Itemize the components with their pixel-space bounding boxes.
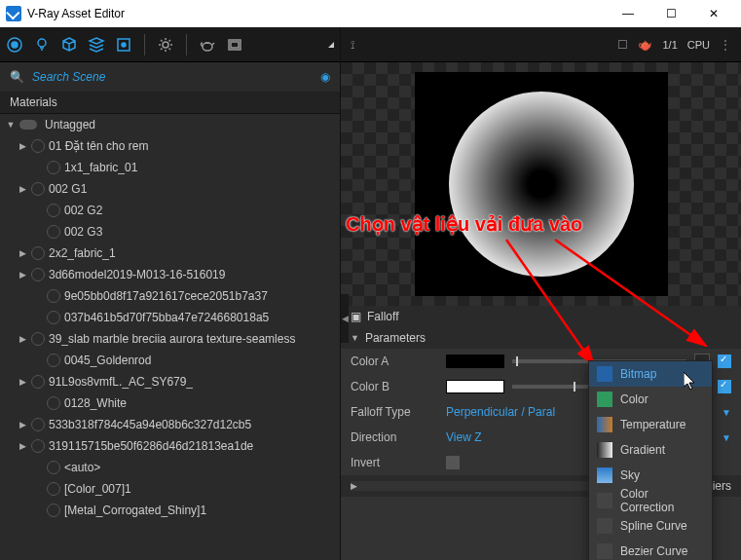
preview-sphere [449, 92, 634, 277]
material-swatch-icon [47, 289, 60, 303]
frame-icon[interactable] [115, 36, 132, 54]
square-icon[interactable]: ☐ [617, 38, 628, 52]
tree-item[interactable]: 0045_Goldenrod [0, 350, 340, 371]
render-icon[interactable] [226, 36, 243, 54]
tree-item[interactable]: 002 G2 [0, 200, 340, 221]
dropdown-item[interactable]: Sky [589, 463, 712, 488]
tree-item-label: 002 G2 [64, 204, 102, 217]
dropdown-item[interactable]: Bitmap [589, 361, 712, 387]
tree-item[interactable]: ▶533b318f784c45a94e08b6c327d12cb5 [0, 414, 340, 435]
material-swatch-icon [31, 139, 45, 153]
tree-item-label: 319115715be50f6286d46d21813ea1de [49, 439, 253, 453]
tree-item-label: 533b318f784c45a94e08b6c327d12cb5 [49, 418, 251, 431]
maximize-button[interactable]: ☐ [649, 0, 692, 27]
dropdown-item-label: Color [620, 392, 648, 406]
close-button[interactable]: ✕ [692, 0, 735, 27]
color-a-swatch[interactable] [446, 355, 504, 368]
dropdown-item-label: Bitmap [620, 367, 656, 381]
color-a-check[interactable] [718, 355, 731, 368]
material-swatch-icon [47, 311, 60, 324]
tree-item[interactable]: 0128_White [0, 392, 340, 414]
teapot-icon[interactable] [199, 36, 216, 54]
falloff-type-value: Perpendicular / Paral [446, 405, 555, 419]
material-swatch-icon [47, 161, 60, 174]
falloff-header[interactable]: ▣ Falloff [341, 306, 741, 327]
material-swatch-icon [47, 204, 60, 217]
tree-arrow-icon: ▼ [6, 120, 16, 130]
tree-item[interactable]: <auto> [0, 457, 340, 478]
tree-item-label: 3d66model2019-M013-16-516019 [49, 268, 225, 281]
svg-point-1 [12, 42, 18, 48]
dropdown-item[interactable]: Bezier Curve [589, 539, 712, 560]
dropdown-item-label: Spline Curve [620, 519, 687, 533]
tree-item[interactable]: 037b461b5d70f75bba47e724668018a5 [0, 307, 340, 328]
material-swatch-icon [31, 375, 45, 389]
tree-item[interactable]: ▶3d66model2019-M013-16-516019 [0, 264, 340, 285]
material-swatch-icon [31, 332, 45, 346]
parameters-header[interactable]: Parameters [341, 327, 741, 349]
kebab-icon[interactable]: ⋮ [720, 38, 731, 52]
invert-checkbox[interactable] [446, 456, 460, 469]
dropdown-item[interactable]: Gradient [589, 437, 712, 463]
chevron-down-icon [351, 333, 359, 343]
layers-icon[interactable] [88, 36, 105, 54]
mode-label[interactable]: CPU [687, 39, 710, 51]
parameters-title: Parameters [365, 331, 426, 345]
falloff-title: Falloff [367, 310, 398, 323]
tree-item[interactable]: ▶2x2_fabric_1 [0, 243, 340, 264]
link-icon[interactable]: ⟟ [351, 38, 354, 52]
tree-item[interactable]: 9e05bb0d8f17a921617cece2051b7a37 [0, 285, 340, 307]
tree-item[interactable]: ▶01 Đặt tên cho rem [0, 135, 340, 157]
search-input[interactable] [32, 70, 313, 84]
gear-icon[interactable] [157, 36, 174, 54]
texture-dropdown: BitmapColorTemperatureGradientSkyColor C… [588, 360, 713, 560]
material-preview [341, 62, 741, 306]
tree-item[interactable]: ▶002 G1 [0, 178, 340, 200]
tree-item-label: [Metal_Corrogated_Shiny]1 [64, 504, 206, 517]
tree-item[interactable]: ▶91L9os8vmfL._AC_SY679_ [0, 371, 340, 392]
dropdown-item-label: Sky [620, 468, 640, 482]
material-swatch-icon [47, 504, 60, 517]
teapot-small-icon[interactable]: 🫖 [638, 38, 652, 52]
tree-item[interactable]: [Metal_Corrogated_Shiny]1 [0, 500, 340, 521]
filter-icon[interactable]: ◉ [320, 70, 330, 84]
tag-chip-icon [19, 120, 37, 130]
dropdown-item-label: Bezier Curve [620, 544, 687, 558]
ratio-label[interactable]: 1/1 [662, 39, 677, 51]
minimize-button[interactable]: — [607, 0, 649, 27]
tree-item-label: Untagged [45, 118, 95, 131]
tree-arrow-icon: ▶ [18, 420, 27, 429]
tree-item-label: 39_slab marble breciia aurora texture-se… [49, 332, 295, 346]
tree-item[interactable]: ▼Untagged [0, 114, 340, 135]
tree-item-label: 9e05bb0d8f17a921617cece2051b7a37 [64, 289, 268, 303]
color-a-label: Color A [351, 355, 438, 368]
tree-item[interactable]: 1x1_fabric_01 [0, 157, 340, 178]
dropdown-item[interactable]: Color [589, 387, 712, 412]
tree-item[interactable]: 002 G3 [0, 221, 340, 243]
tree-item[interactable]: ▶319115715be50f6286d46d21813ea1de [0, 435, 340, 457]
tree-arrow-icon: ▶ [18, 334, 27, 344]
tree-item[interactable]: ▶39_slab marble breciia aurora texture-s… [0, 328, 340, 350]
color-b-check[interactable] [718, 380, 731, 393]
color-b-swatch[interactable] [446, 380, 504, 393]
dropdown-item[interactable]: Spline Curve [589, 513, 712, 539]
svg-rect-8 [231, 42, 239, 48]
bulb-icon[interactable] [33, 36, 51, 54]
material-swatch-icon [47, 396, 60, 410]
svg-point-6 [203, 43, 212, 51]
titlebar: V-Ray Asset Editor — ☐ ✕ [0, 0, 741, 27]
tree-item[interactable]: [Color_007]1 [0, 478, 340, 500]
direction-value: View Z [446, 430, 481, 444]
color-b-label: Color B [351, 380, 438, 393]
material-swatch-icon [31, 268, 45, 281]
dropdown-item[interactable]: Temperature [589, 412, 712, 437]
dropdown-item-label: Temperature [620, 418, 685, 431]
dropdown-item[interactable]: Color Correction [589, 488, 712, 513]
target-icon[interactable] [6, 36, 23, 54]
tree-item-label: 0128_White [64, 396, 127, 410]
material-swatch-icon [47, 354, 60, 367]
collapse-handle[interactable]: ◀ [341, 294, 349, 343]
tree-item-label: 002 G1 [49, 182, 87, 196]
cube-icon[interactable] [60, 36, 78, 54]
toolbar-menu-icon[interactable] [328, 42, 334, 48]
